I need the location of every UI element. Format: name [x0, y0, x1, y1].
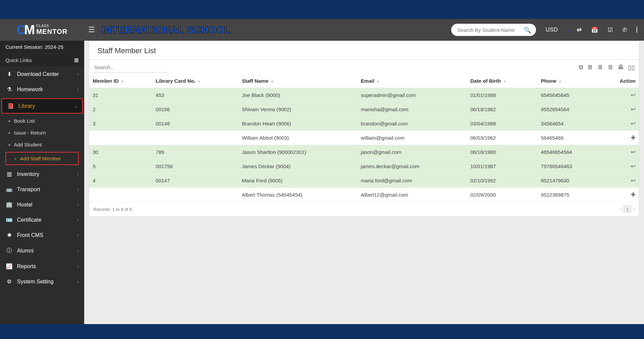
- cell-action: ↩: [601, 145, 639, 159]
- currency-label[interactable]: USD: [546, 26, 558, 33]
- sidebar-item-transport[interactable]: 🚌Transport‹: [0, 182, 84, 197]
- cell-email: william@gmail.com: [357, 131, 467, 145]
- chevron-icon: ‹: [77, 187, 79, 192]
- menu-icon: ▥: [5, 171, 13, 177]
- cell-staff-name: James Deckar (9004): [238, 159, 357, 174]
- table-row: 5001758James Deckar (9004)james.deckar@g…: [89, 159, 639, 174]
- cell-staff-name: Brandon Heart (9006): [238, 117, 357, 131]
- staff-table: Member ID ▾Library Card No. ▾Staff Name …: [89, 74, 639, 202]
- cell-card-no: 00147: [152, 174, 239, 188]
- cell-staff-name: Albert Thomas (54545454): [238, 188, 357, 202]
- cell-member-id: [89, 188, 152, 202]
- sidebar-item-front-cms[interactable]: ✱Front CMS‹: [0, 227, 84, 243]
- table-row: 200156Shivam Verma (9002)manisha@gmail.c…: [89, 102, 639, 117]
- sidebar-item-certificate[interactable]: 🪪Certificate‹: [0, 212, 84, 227]
- cell-action: ↩: [601, 117, 639, 131]
- hamburger-icon[interactable]: ☰: [88, 25, 95, 34]
- columns-icon[interactable]: ▯▯: [628, 64, 635, 71]
- sidebar-item-inventory[interactable]: ▥Inventory‹: [0, 166, 84, 182]
- sidebar-item-alumni[interactable]: ⓘAlumni‹: [0, 243, 84, 259]
- sidebar-item-homework[interactable]: ⚗Homework‹: [0, 82, 84, 97]
- sidebar-item-library[interactable]: 📕Library⌄: [1, 98, 83, 114]
- excel-icon[interactable]: 🗎: [587, 64, 593, 71]
- col-staff-name[interactable]: Staff Name ▾: [238, 74, 357, 88]
- chevron-icon: ‹: [77, 218, 79, 222]
- reply-icon[interactable]: ↩: [631, 177, 636, 184]
- logo[interactable]: CM CLASS MENTOR: [0, 19, 84, 41]
- cell-email: Albert12@gmail.com: [357, 188, 467, 202]
- menu-label: Download Center: [17, 71, 59, 77]
- chevron-icon: ‹: [77, 202, 79, 207]
- cell-card-no: 00156: [152, 102, 239, 117]
- sidebar-sub-issue---return[interactable]: »Issue - Return: [0, 127, 84, 139]
- cell-email: james.deckar@gmail.com: [357, 159, 467, 174]
- menu-label: Certificate: [17, 217, 41, 223]
- chevron-icon: ‹: [77, 72, 79, 77]
- sub-chevron-icon: »: [8, 142, 11, 147]
- menu-label: Reports: [17, 263, 36, 270]
- col-date-of-birth[interactable]: Date of Birth ▾: [467, 74, 537, 88]
- col-email[interactable]: Email ▾: [357, 74, 467, 88]
- menu-icon: ⬇: [5, 71, 13, 77]
- sub-label: Add Student: [14, 142, 42, 147]
- copy-icon[interactable]: ⧉: [579, 64, 583, 71]
- sidebar-sub-add-student[interactable]: »Add Student: [0, 139, 84, 151]
- menu-icon: 📈: [5, 263, 13, 270]
- sub-chevron-icon: »: [8, 119, 11, 123]
- page-next[interactable]: ›: [633, 206, 635, 212]
- table-row: William Abbot (9003)william@gmail.com06/…: [89, 131, 639, 145]
- sidebar: Current Session: 2024-25 Quick Links ▦ ⬇…: [0, 41, 84, 324]
- logo-top: CLASS: [36, 24, 68, 28]
- sidebar-item-hostel[interactable]: 🏢Hostel‹: [0, 197, 84, 212]
- chevron-icon: ⌄: [74, 104, 77, 108]
- search-icon[interactable]: 🔍: [524, 26, 531, 34]
- chevron-icon: ‹: [77, 233, 79, 238]
- sidebar-sub-book-list[interactable]: »Book List: [0, 115, 84, 127]
- cell-action: ↩: [601, 102, 639, 117]
- reply-icon[interactable]: ↩: [631, 163, 636, 170]
- sidebar-item-reports[interactable]: 📈Reports‹: [0, 259, 84, 274]
- table-search-input[interactable]: [93, 62, 168, 73]
- page-number[interactable]: 1: [624, 205, 631, 213]
- quick-links-label: Quick Links: [5, 57, 32, 63]
- cell-member-id: 4: [89, 174, 152, 188]
- cell-dob: 02/09/2000: [467, 188, 537, 202]
- global-search-input[interactable]: [451, 24, 536, 36]
- add-icon[interactable]: ✚: [631, 192, 636, 198]
- cell-card-no: 453: [152, 88, 239, 102]
- pdf-icon[interactable]: 🗎: [608, 64, 614, 71]
- reply-icon[interactable]: ↩: [631, 92, 636, 98]
- print-icon[interactable]: 🖶: [618, 64, 624, 71]
- whatsapp-icon[interactable]: ✆: [622, 26, 627, 34]
- calendar-icon[interactable]: 📅: [591, 26, 598, 34]
- col-member-id[interactable]: Member ID ▾: [89, 74, 152, 88]
- swap-icon[interactable]: ⇄: [577, 26, 582, 34]
- add-icon[interactable]: ✚: [631, 135, 636, 141]
- col-phone[interactable]: Phone ▾: [537, 74, 601, 88]
- csv-icon[interactable]: 🗎: [597, 64, 604, 71]
- logo-bottom: MENTOR: [36, 28, 68, 36]
- sub-label: Add Staff Member: [20, 156, 61, 161]
- menu-icon: ⓘ: [5, 247, 13, 254]
- avatar[interactable]: [637, 26, 637, 33]
- col-action[interactable]: Action: [601, 74, 639, 88]
- sort-icon: ▾: [504, 79, 506, 83]
- quick-links-row[interactable]: Quick Links ▦: [0, 53, 84, 66]
- col-library-card-no-[interactable]: Library Card No. ▾: [152, 74, 239, 88]
- page-prev[interactable]: ‹: [620, 206, 622, 212]
- reply-icon[interactable]: ↩: [631, 106, 636, 113]
- sidebar-sub-add-staff-member[interactable]: »Add Staff Member: [5, 152, 79, 165]
- reply-icon[interactable]: ↩: [631, 149, 636, 155]
- cell-card-no: [152, 188, 239, 202]
- cell-email: jason@gmail.com: [357, 145, 467, 159]
- check-icon[interactable]: ☑: [608, 26, 613, 34]
- table-row: 300146Brandon Heart (9006)brandon@gmail.…: [89, 117, 639, 131]
- cell-email: manisha@gmail.com: [357, 102, 467, 117]
- sidebar-item-download-center[interactable]: ⬇Download Center‹: [0, 66, 84, 82]
- reply-icon[interactable]: ↩: [631, 120, 636, 127]
- menu-label: Hostel: [17, 202, 32, 208]
- sidebar-item-system-setting[interactable]: ⚙System Setting‹: [0, 274, 84, 289]
- menu-label: Library: [18, 103, 35, 109]
- cell-member-id: 2: [89, 102, 152, 117]
- data-panel: ⧉ 🗎 🗎 🗎 🖶 ▯▯ Member ID ▾Library Card No.…: [89, 59, 639, 217]
